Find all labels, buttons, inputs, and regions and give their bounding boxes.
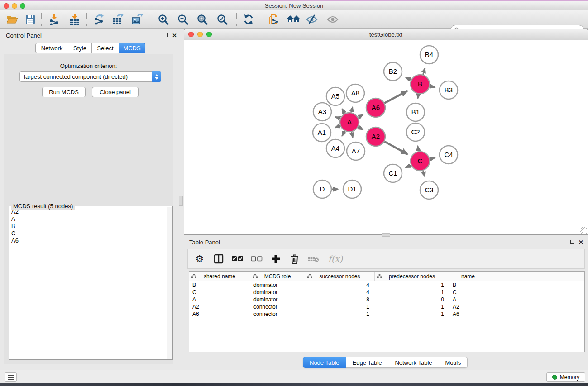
close-panel-button[interactable]: Close panel [92,87,139,97]
graph-edge[interactable] [384,91,407,103]
graph-edge[interactable] [358,114,363,117]
table-row[interactable]: A2connector11A2 [189,303,584,310]
optimization-criterion-select[interactable]: largest connected component (directed) [19,71,161,82]
table-cell[interactable]: 1 [375,289,449,295]
graph-edge[interactable] [335,117,340,119]
close-window-button[interactable] [4,3,9,9]
zoom-out-icon[interactable] [176,13,190,26]
tab-edge-table[interactable]: Edge Table [346,357,389,368]
network-graph-canvas[interactable]: B4B2BB3A8A5A6A3B1AA1C2A2A4A7C4CC1DD1C3 [184,40,588,234]
delete-rows-icon[interactable] [288,253,301,265]
network-close-button[interactable] [188,32,194,37]
table-settings-icon[interactable]: ⚙ [193,253,206,265]
first-neighbors-icon[interactable] [287,13,300,26]
tab-network[interactable]: Network [35,43,68,53]
graph-edge[interactable] [418,146,419,152]
import-network-icon[interactable] [48,13,61,26]
table-cell[interactable]: 4 [305,282,375,288]
create-column-icon[interactable] [269,253,282,265]
toggle-panel-layout-icon[interactable] [212,253,225,265]
task-history-button[interactable] [5,372,17,382]
table-cell[interactable]: B [449,282,487,288]
maximize-window-button[interactable] [20,3,25,9]
float-table-panel-icon[interactable] [570,240,574,244]
column-header-predecessor-nodes[interactable]: predecessor nodes [375,272,449,281]
table-cell[interactable]: B [189,282,250,288]
tab-select[interactable]: Select [92,43,119,53]
table-cell[interactable]: 0 [375,296,449,303]
close-panel-icon[interactable]: ✕ [172,33,177,38]
graph-edge[interactable] [430,86,435,87]
open-session-icon[interactable] [5,13,19,26]
zoom-fit-icon[interactable] [196,13,209,26]
column-header-shared-name[interactable]: shared name [189,272,250,281]
export-network-icon[interactable] [92,13,105,26]
network-minimize-button[interactable] [197,32,203,37]
vertical-divider-handle[interactable] [179,196,183,206]
tab-network-table[interactable]: Network Table [388,357,439,368]
run-mcds-button[interactable]: Run MCDS [42,87,86,97]
table-row[interactable]: A6connector11A6 [189,310,584,318]
table-cell[interactable]: A6 [189,311,250,317]
memory-button[interactable]: Memory [546,372,585,382]
network-maximize-button[interactable] [206,32,212,37]
network-window-titlebar[interactable]: testGlobe.txt [184,29,588,40]
graph-edge[interactable] [423,68,425,75]
mcds-result-item[interactable]: A6 [11,237,167,244]
graph-edge[interactable] [342,109,345,113]
column-header-mcds-role[interactable]: MCDS role [250,272,305,281]
table-cell[interactable]: 1 [305,304,375,310]
graph-edge[interactable] [430,158,435,159]
table-cell[interactable]: connector [250,304,305,310]
export-image-icon[interactable] [130,13,144,26]
node-table[interactable]: shared name MCDS role successor nodes pr… [189,271,585,352]
window-titlebar[interactable]: Session: New Session [0,1,588,10]
save-session-icon[interactable] [24,13,37,26]
new-network-from-selection-icon[interactable] [268,13,282,26]
table-row[interactable]: Adominator80A [189,296,584,303]
minimize-window-button[interactable] [12,3,17,9]
close-table-panel-icon[interactable]: ✕ [578,240,583,245]
table-body[interactable]: Bdominator41BCdominator41CAdominator80AA… [189,281,584,318]
graph-edge[interactable] [423,171,425,176]
graph-edge[interactable] [358,127,363,130]
table-cell[interactable]: 8 [305,296,375,303]
table-cell[interactable]: C [189,289,250,295]
graph-edge[interactable] [418,94,419,99]
table-cell[interactable]: C [449,289,487,295]
column-header-successor-nodes[interactable]: successor nodes [305,272,375,281]
table-row[interactable]: Bdominator41B [189,281,584,289]
graph-edge[interactable] [352,132,353,137]
graph-edge[interactable] [342,131,345,136]
zoom-in-icon[interactable] [157,13,170,26]
graph-edge[interactable] [384,142,407,154]
tab-mcds[interactable]: MCDS [119,43,145,53]
graph-edge[interactable] [351,107,352,112]
graph-edge[interactable] [406,77,411,80]
table-cell[interactable]: A [189,296,250,303]
export-table-icon[interactable] [111,13,124,26]
table-cell[interactable]: 4 [305,289,375,295]
horizontal-divider-handle[interactable] [382,233,390,237]
table-cell[interactable]: dominator [250,282,305,288]
table-cell[interactable]: 1 [375,311,449,317]
mcds-result-list[interactable]: A2ABCA6 [10,207,167,359]
table-cell[interactable]: A2 [449,304,487,310]
table-cell[interactable]: 1 [305,311,375,317]
window-resize-grip[interactable] [580,227,587,234]
mcds-result-item[interactable]: A [11,215,167,223]
deselect-all-columns-icon[interactable] [250,253,263,265]
tab-node-table[interactable]: Node Table [303,357,346,368]
table-row[interactable]: Cdominator41C [189,289,584,296]
mcds-result-item[interactable]: A2 [11,208,167,215]
select-all-columns-icon[interactable] [231,253,244,265]
mcds-result-item[interactable]: B [11,223,167,230]
float-panel-icon[interactable] [164,33,168,37]
column-header-name[interactable]: name [449,272,487,281]
table-cell[interactable]: dominator [250,289,305,295]
table-cell[interactable]: 1 [375,304,449,310]
table-cell[interactable]: A [449,296,487,303]
refresh-view-icon[interactable] [242,13,255,26]
zoom-selected-icon[interactable] [215,13,229,26]
graph-edge[interactable] [335,126,340,128]
